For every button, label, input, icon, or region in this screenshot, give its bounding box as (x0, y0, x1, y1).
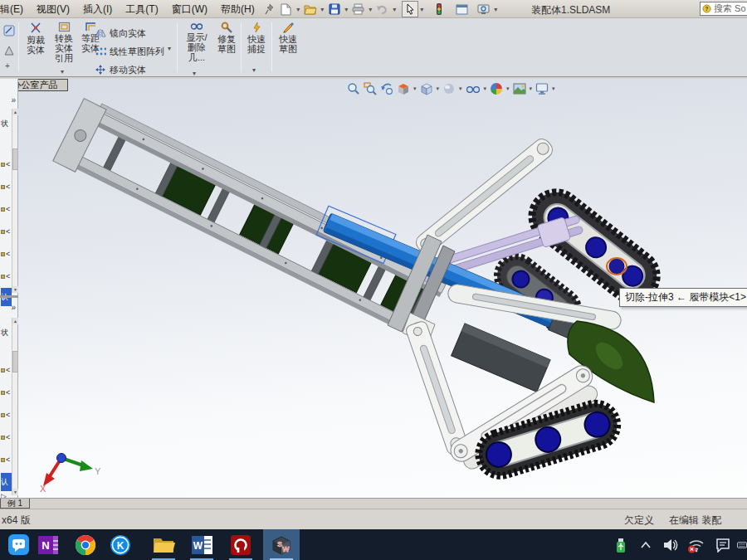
tree-item[interactable]: < (1, 245, 12, 263)
taskbar-word[interactable]: W (186, 529, 217, 560)
tray-speaker[interactable] (660, 529, 681, 560)
menu-items: 辑(E) 视图(V) 插入(I) 工具(T) 窗口(W) 帮助(H) (0, 0, 261, 18)
tree-item[interactable]: 状 (1, 324, 12, 342)
print-dropdown-icon[interactable]: ▾ (367, 1, 374, 17)
print-icon[interactable] (350, 1, 367, 17)
tree-item[interactable]: < (1, 200, 12, 218)
taskbar-acrobat[interactable] (225, 529, 256, 560)
chrome-icon (75, 534, 96, 556)
window-icon[interactable] (454, 1, 471, 17)
scroll-down-icon[interactable]: ▼ (12, 489, 18, 495)
expand-panel-icon[interactable]: » (11, 95, 16, 105)
linear-sketch-pattern-button[interactable]: 线性草图阵列 (95, 43, 164, 60)
scroll-thumb[interactable] (12, 351, 18, 373)
feature-manager-panel[interactable]: » 状 < < < < < < 认 ▲ ▼ » 状 < < < < < < 认 … (0, 79, 18, 498)
overflow-plus[interactable]: + (5, 61, 10, 71)
taskbar-chrome[interactable] (70, 529, 101, 560)
document-title: 装配体1.SLDASM (531, 3, 610, 17)
boom-truss[interactable] (53, 95, 450, 342)
expand-panel-icon[interactable]: » (11, 303, 16, 312)
convert-entities-button[interactable]: 转换 实体 引用 (50, 22, 78, 75)
menu-edit[interactable]: 辑(E) (0, 0, 30, 18)
tree-item[interactable]: < (1, 383, 12, 402)
quick-snaps-icon (251, 22, 262, 33)
taskbar-k-player[interactable]: K (105, 529, 136, 560)
taskbar-messenger-app[interactable] (2, 529, 34, 560)
new-dropdown-icon[interactable]: ▾ (295, 1, 302, 17)
snaps-dropdown-icon[interactable]: ▾ (252, 66, 256, 74)
tray-chevron-up[interactable] (635, 529, 657, 560)
tree-item[interactable]: < (1, 450, 12, 469)
motion-study-tab[interactable]: 例 1 (0, 499, 30, 509)
display-delete-icon (190, 22, 203, 32)
tree-item[interactable]: < (1, 222, 12, 241)
menu-view[interactable]: 视图(V) (30, 0, 76, 18)
solidworks-icon: SW (270, 534, 293, 556)
quick-snaps-button[interactable]: 快速 捕捉 (244, 22, 269, 75)
open-dropdown-icon[interactable]: ▾ (319, 1, 326, 17)
trim-entities-icon (30, 22, 42, 34)
pane-splitter[interactable] (0, 295, 18, 298)
tray-network-error[interactable] (686, 529, 707, 560)
svg-text:K: K (117, 540, 124, 552)
rapid-sketch-button[interactable]: 快速 草图 (275, 22, 301, 75)
tree-item[interactable]: < (1, 361, 12, 379)
search-input[interactable]: ? 搜索 So (700, 2, 747, 16)
open-icon[interactable] (302, 1, 319, 17)
tree-item[interactable]: < (1, 155, 12, 173)
ribbon-divider (241, 22, 242, 72)
tree-item[interactable]: < (1, 178, 12, 196)
scroll-up-icon[interactable]: ▲ (12, 318, 18, 324)
part-icon (1, 207, 5, 212)
menu-help[interactable]: 帮助(H) (214, 0, 261, 18)
tree-item[interactable]: < (1, 267, 12, 285)
sketch-group-dropdown-icon[interactable]: ▾ (168, 45, 171, 52)
tree-item[interactable]: < (1, 428, 12, 446)
linear-pattern-icon (95, 46, 106, 56)
menu-bar: 辑(E) 视图(V) 插入(I) 工具(T) 窗口(W) 帮助(H) ▾ ▾ ▾… (0, 0, 747, 18)
select-tool-button[interactable] (402, 1, 418, 17)
tree-scrollbar[interactable]: ▲ ▼ (12, 109, 17, 293)
display-delete-relations-button[interactable]: 显示/ 删除 几... (181, 22, 212, 75)
save-icon[interactable] (326, 1, 343, 17)
menu-insert[interactable]: 插入(I) (76, 0, 119, 18)
sketch-tool-icon[interactable] (3, 25, 15, 40)
save-dropdown-icon[interactable]: ▾ (343, 1, 350, 17)
trim-entities-button[interactable]: 剪裁 实体 (22, 22, 50, 75)
repair-sketch-button[interactable]: 修复 草图 (214, 22, 239, 75)
menu-window[interactable]: 窗口(W) (165, 0, 214, 18)
tree-item[interactable]: 状 (1, 114, 12, 133)
settings-dropdown-icon[interactable]: ▾ (492, 1, 500, 17)
rebuild-icon[interactable] (431, 1, 447, 17)
settings-icon[interactable] (476, 1, 492, 17)
menu-tools[interactable]: 工具(T) (119, 0, 164, 18)
scroll-up-icon[interactable]: ▲ (12, 109, 18, 115)
move-entities-button[interactable]: 移动实体 (95, 61, 146, 78)
select-dropdown-icon[interactable]: ▾ (418, 1, 426, 17)
taskbar-solidworks-active[interactable]: SW (263, 529, 300, 560)
tree-item[interactable]: < (1, 406, 12, 424)
pin-icon[interactable] (261, 1, 278, 17)
taskbar-onenote[interactable]: N (32, 529, 64, 560)
file-explorer-icon (152, 535, 175, 555)
part-icon (1, 413, 5, 417)
scroll-down-icon[interactable]: ▼ (12, 286, 18, 293)
dimension-tool-icon[interactable] (3, 45, 15, 60)
move-entities-icon (95, 64, 106, 75)
graphics-viewport[interactable]: ▾ ▾ ▾ ▾ ▾ ▾ ▾ (18, 79, 747, 498)
trim-label-1: 剪裁 (22, 35, 50, 45)
new-document-icon[interactable] (278, 1, 295, 17)
taskbar-file-explorer[interactable] (148, 529, 179, 560)
cylinder-mount-block[interactable] (452, 324, 551, 392)
onenote-icon: N (37, 534, 59, 556)
tray-keyboard[interactable] (737, 529, 747, 560)
status-bar: x64 版 欠定义 在编辑 装配 (0, 509, 747, 529)
convert-dropdown-icon[interactable]: ▾ (61, 68, 64, 75)
mirror-entities-button[interactable]: 镜向实体 (95, 25, 146, 41)
tree-scrollbar[interactable]: ▲ ▼ (12, 318, 17, 495)
part-icon (1, 368, 5, 373)
display-delete-dropdown-icon[interactable]: ▾ (193, 70, 196, 77)
tray-action-center[interactable] (712, 529, 734, 560)
tray-usb-device[interactable] (610, 529, 632, 560)
scroll-thumb[interactable] (12, 149, 18, 170)
